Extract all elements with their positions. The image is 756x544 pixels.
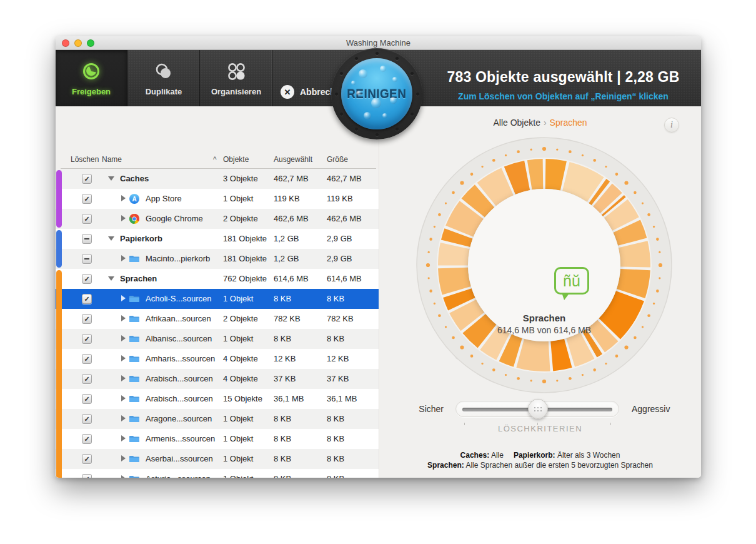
checkbox-checked[interactable]: ✓ — [82, 334, 92, 344]
info-button[interactable]: i — [664, 118, 679, 133]
selection-summary: 783 Objekte ausgewählt | 2,28 GB — [430, 69, 696, 86]
disclosure-right-icon[interactable] — [121, 355, 126, 361]
checkbox-checked[interactable]: ✓ — [82, 354, 92, 364]
disclosure-right-icon[interactable] — [121, 255, 126, 261]
group-color-bar-papierkorb — [56, 230, 62, 268]
col-selected[interactable]: Ausgewählt — [274, 155, 312, 164]
item-name: Google Chrome — [146, 214, 203, 223]
checkbox-checked[interactable]: ✓ — [82, 474, 92, 478]
disclosure-right-icon[interactable] — [121, 195, 126, 201]
disclosure-down-icon[interactable] — [108, 176, 114, 181]
checkbox-checked[interactable]: ✓ — [82, 194, 92, 204]
table-row[interactable]: Macinto...pierkorb181 Objekte1,2 GB2,9 G… — [56, 249, 379, 269]
tab-label: Duplikate — [146, 87, 182, 96]
checkbox-checked[interactable]: ✓ — [82, 434, 92, 444]
checkbox-checked[interactable]: ✓ — [82, 454, 92, 464]
tab-organisieren[interactable]: Organisieren — [201, 50, 272, 106]
table-row[interactable]: ✓Arabisch...sourcen4 Objekte37 KB37 KB — [56, 369, 379, 389]
checkbox-checked[interactable]: ✓ — [82, 374, 92, 384]
table-row[interactable]: ✓Arabisch...sourcen15 Objekte36,1 MB36,1… — [56, 389, 379, 409]
col-delete[interactable]: Löschen — [71, 155, 99, 164]
table-row[interactable]: ✓Amharis...ssourcen4 Objekte12 KB12 KB — [56, 349, 379, 369]
checkbox-checked[interactable]: ✓ — [82, 274, 92, 284]
table-row[interactable]: ✓Caches3 Objekte462,7 MB462,7 MB — [56, 169, 379, 189]
item-name: Afrikaan...sourcen — [146, 314, 211, 323]
checkbox-checked[interactable]: ✓ — [82, 394, 92, 404]
table-row[interactable]: ✓Acholi-S...sourcen1 Objekt8 KB8 KB — [56, 289, 379, 309]
disclosure-right-icon[interactable] — [121, 415, 126, 421]
water-droplet-icon — [392, 77, 397, 82]
bolt-icon — [340, 113, 343, 116]
item-size: 12 KB — [327, 354, 349, 363]
checkbox-checked[interactable]: ✓ — [82, 214, 92, 224]
chrome-icon — [129, 214, 139, 224]
bolt-icon — [355, 57, 358, 60]
reinigen-button[interactable]: REINIGEN — [341, 58, 412, 129]
table-row[interactable]: ✓Aragone...sourcen1 Objekt8 KB8 KB — [56, 409, 379, 429]
water-droplet-icon — [371, 98, 381, 108]
checkbox-mixed[interactable] — [82, 254, 92, 264]
disclosure-down-icon[interactable] — [108, 276, 114, 281]
folder-icon — [129, 374, 139, 384]
col-size[interactable]: Größe — [327, 155, 348, 164]
tab-label: Freigeben — [72, 87, 111, 96]
table-row[interactable]: ✓Afrikaan...sourcen2 Objekte782 KB782 KB — [56, 309, 379, 329]
item-objects: 181 Objekte — [223, 254, 267, 263]
item-objects: 15 Objekte — [223, 394, 262, 403]
bolt-icon — [355, 128, 358, 131]
checkbox-checked[interactable]: ✓ — [82, 314, 92, 324]
disclosure-right-icon[interactable] — [121, 315, 126, 321]
grip-dots-icon — [534, 406, 542, 412]
criteria-slider[interactable] — [455, 401, 619, 417]
item-size: 119 KB — [327, 194, 353, 203]
item-name: Amharis...ssourcen — [146, 354, 215, 363]
items-table: ✓Caches3 Objekte462,7 MB462,7 MB✓AApp St… — [56, 169, 379, 478]
breadcrumb: Alle Objekte›Sprachen — [379, 118, 701, 128]
folder-icon — [129, 294, 139, 304]
disclosure-right-icon[interactable] — [121, 375, 126, 381]
water-droplet-icon — [351, 81, 356, 85]
slider-label-safe: Sicher — [419, 404, 444, 414]
table-row[interactable]: ✓AApp Store1 Objekt119 KB119 KB — [56, 189, 379, 209]
item-objects: 1 Objekt — [223, 434, 253, 443]
disclosure-right-icon[interactable] — [121, 335, 126, 341]
item-selected-size: 462,6 MB — [274, 214, 309, 223]
checkbox-checked[interactable]: ✓ — [82, 294, 92, 304]
donut-center-value: 614,6 MB von 614,6 MB — [412, 325, 677, 335]
checkbox-checked[interactable]: ✓ — [82, 414, 92, 424]
item-selected-size: 36,1 MB — [274, 394, 304, 403]
table-row[interactable]: ✓Albanisc...sourcen1 Objekt8 KB8 KB — [56, 329, 379, 349]
bolt-icon — [340, 72, 343, 75]
tab-freigeben[interactable]: Freigeben — [56, 50, 127, 106]
table-row[interactable]: ✓Aserbai...ssourcen1 Objekt8 KB8 KB — [56, 449, 379, 469]
checkbox-checked[interactable]: ✓ — [82, 174, 92, 184]
disclosure-right-icon[interactable] — [121, 475, 126, 478]
item-objects: 1 Objekt — [223, 334, 253, 343]
col-objects[interactable]: Objekte — [223, 155, 249, 164]
tab-duplikate[interactable]: Duplikate — [128, 50, 200, 106]
disclosure-right-icon[interactable] — [121, 435, 126, 441]
table-row[interactable]: ✓Armenis...ssourcen1 Objekt8 KB8 KB — [56, 429, 379, 449]
item-objects: 1 Objekt — [223, 294, 253, 303]
item-objects: 181 Objekte — [223, 234, 267, 243]
disclosure-right-icon[interactable] — [121, 295, 126, 301]
table-row[interactable]: ✓Google Chrome2 Objekte462,6 MB462,6 MB — [56, 209, 379, 229]
disclosure-down-icon[interactable] — [108, 236, 114, 241]
item-name: Asturia...ssourcen — [146, 474, 211, 478]
disclosure-right-icon[interactable] — [121, 215, 126, 221]
item-name: Arabisch...sourcen — [146, 394, 213, 403]
disclosure-right-icon[interactable] — [121, 395, 126, 401]
table-row[interactable]: Papierkorb181 Objekte1,2 GB2,9 GB — [56, 229, 379, 249]
circle-grid-icon — [225, 60, 247, 83]
slider-label-aggressive: Aggressiv — [632, 404, 670, 414]
table-row[interactable]: ✓Asturia...ssourcen1 Objekt8 KB8 KB — [56, 469, 379, 478]
breadcrumb-root[interactable]: Alle Objekte — [493, 118, 540, 128]
item-objects: 2 Objekte — [223, 314, 258, 323]
checkbox-mixed[interactable] — [82, 234, 92, 244]
languages-donut-chart: ñŭ Sprachen 614,6 MB von 614,6 MB — [412, 133, 677, 398]
slider-thumb[interactable] — [528, 399, 548, 419]
col-name[interactable]: Name — [102, 155, 122, 164]
table-row[interactable]: ✓Sprachen762 Objekte614,6 MB614,6 MB — [56, 269, 379, 289]
cancel-x-icon: ✕ — [281, 85, 294, 99]
disclosure-right-icon[interactable] — [121, 455, 126, 461]
